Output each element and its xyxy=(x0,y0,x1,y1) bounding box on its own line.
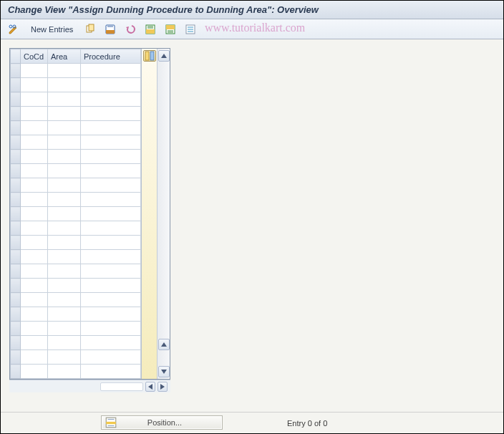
cell-procedure[interactable] xyxy=(81,236,141,250)
cell-area[interactable] xyxy=(48,121,81,135)
delete-button[interactable] xyxy=(102,22,119,37)
cell-area[interactable] xyxy=(48,350,81,365)
row-selector[interactable] xyxy=(11,250,21,264)
cell-cocd[interactable] xyxy=(21,150,48,164)
cell-cocd[interactable] xyxy=(21,322,48,336)
horizontal-scrollbar[interactable] xyxy=(9,380,170,392)
undo-change-button[interactable] xyxy=(122,22,139,37)
column-header-cocd[interactable]: CoCd xyxy=(21,49,48,64)
position-button[interactable]: Position... xyxy=(101,415,223,430)
cell-procedure[interactable] xyxy=(81,264,141,279)
cell-procedure[interactable] xyxy=(81,135,141,150)
configure-columns-button[interactable] xyxy=(143,50,156,62)
table-row[interactable] xyxy=(11,350,141,365)
cell-cocd[interactable] xyxy=(21,293,48,307)
cell-cocd[interactable] xyxy=(21,107,48,121)
new-entries-button[interactable]: New Entries xyxy=(25,22,79,37)
cell-area[interactable] xyxy=(48,207,81,221)
table-row[interactable] xyxy=(11,107,141,121)
table-row[interactable] xyxy=(11,64,141,78)
cell-area[interactable] xyxy=(48,193,81,207)
scroll-up-button[interactable] xyxy=(158,50,170,62)
cell-cocd[interactable] xyxy=(21,279,48,293)
table-row[interactable] xyxy=(11,279,141,293)
hscroll-track[interactable] xyxy=(100,382,143,391)
cell-procedure[interactable] xyxy=(81,207,141,221)
row-selector[interactable] xyxy=(11,135,21,150)
row-selector[interactable] xyxy=(11,236,21,250)
table-row[interactable] xyxy=(11,322,141,336)
table-row[interactable] xyxy=(11,150,141,164)
cell-cocd[interactable] xyxy=(21,350,48,365)
cell-area[interactable] xyxy=(48,221,81,236)
table-row[interactable] xyxy=(11,264,141,279)
table-row[interactable] xyxy=(11,164,141,178)
cell-area[interactable] xyxy=(48,178,81,193)
column-header-procedure[interactable]: Procedure xyxy=(81,49,141,64)
table-row[interactable] xyxy=(11,250,141,264)
cell-procedure[interactable] xyxy=(81,164,141,178)
row-selector[interactable] xyxy=(11,121,21,135)
select-all-rows-header[interactable] xyxy=(11,49,21,64)
cell-cocd[interactable] xyxy=(21,135,48,150)
scroll-right-button[interactable] xyxy=(158,382,168,392)
cell-cocd[interactable] xyxy=(21,250,48,264)
cell-procedure[interactable] xyxy=(81,365,141,379)
vertical-scrollbar[interactable] xyxy=(157,49,170,379)
table-row[interactable] xyxy=(11,135,141,150)
scroll-down-button[interactable] xyxy=(158,339,170,350)
row-selector[interactable] xyxy=(11,221,21,236)
cell-area[interactable] xyxy=(48,250,81,264)
row-selector[interactable] xyxy=(11,293,21,307)
row-selector[interactable] xyxy=(11,64,21,78)
table-row[interactable] xyxy=(11,193,141,207)
cell-procedure[interactable] xyxy=(81,336,141,350)
cell-area[interactable] xyxy=(48,365,81,379)
table-row[interactable] xyxy=(11,236,141,250)
table-row[interactable] xyxy=(11,293,141,307)
select-all-button[interactable] xyxy=(142,22,159,37)
cell-area[interactable] xyxy=(48,307,81,322)
row-selector[interactable] xyxy=(11,264,21,279)
cell-area[interactable] xyxy=(48,78,81,92)
data-grid[interactable]: CoCd Area Procedure xyxy=(10,49,141,379)
copy-as-button[interactable] xyxy=(82,22,99,37)
cell-procedure[interactable] xyxy=(81,221,141,236)
row-selector[interactable] xyxy=(11,150,21,164)
cell-procedure[interactable] xyxy=(81,279,141,293)
cell-cocd[interactable] xyxy=(21,64,48,78)
table-row[interactable] xyxy=(11,207,141,221)
cell-procedure[interactable] xyxy=(81,293,141,307)
cell-cocd[interactable] xyxy=(21,207,48,221)
cell-area[interactable] xyxy=(48,150,81,164)
table-row[interactable] xyxy=(11,78,141,92)
row-selector[interactable] xyxy=(11,365,21,379)
cell-procedure[interactable] xyxy=(81,307,141,322)
row-selector[interactable] xyxy=(11,279,21,293)
table-row[interactable] xyxy=(11,178,141,193)
cell-area[interactable] xyxy=(48,107,81,121)
row-selector[interactable] xyxy=(11,92,21,107)
scroll-down-button-2[interactable] xyxy=(158,366,170,377)
cell-area[interactable] xyxy=(48,279,81,293)
cell-cocd[interactable] xyxy=(21,92,48,107)
cell-procedure[interactable] xyxy=(81,350,141,365)
cell-procedure[interactable] xyxy=(81,92,141,107)
cell-area[interactable] xyxy=(48,164,81,178)
cell-area[interactable] xyxy=(48,322,81,336)
cell-procedure[interactable] xyxy=(81,78,141,92)
table-row[interactable] xyxy=(11,336,141,350)
cell-procedure[interactable] xyxy=(81,322,141,336)
row-selector[interactable] xyxy=(11,193,21,207)
row-selector[interactable] xyxy=(11,207,21,221)
cell-area[interactable] xyxy=(48,336,81,350)
cell-procedure[interactable] xyxy=(81,121,141,135)
column-header-area[interactable]: Area xyxy=(48,49,81,64)
cell-cocd[interactable] xyxy=(21,336,48,350)
row-selector[interactable] xyxy=(11,164,21,178)
table-row[interactable] xyxy=(11,307,141,322)
row-selector[interactable] xyxy=(11,78,21,92)
cell-cocd[interactable] xyxy=(21,164,48,178)
scroll-left-button[interactable] xyxy=(145,382,155,392)
cell-area[interactable] xyxy=(48,293,81,307)
